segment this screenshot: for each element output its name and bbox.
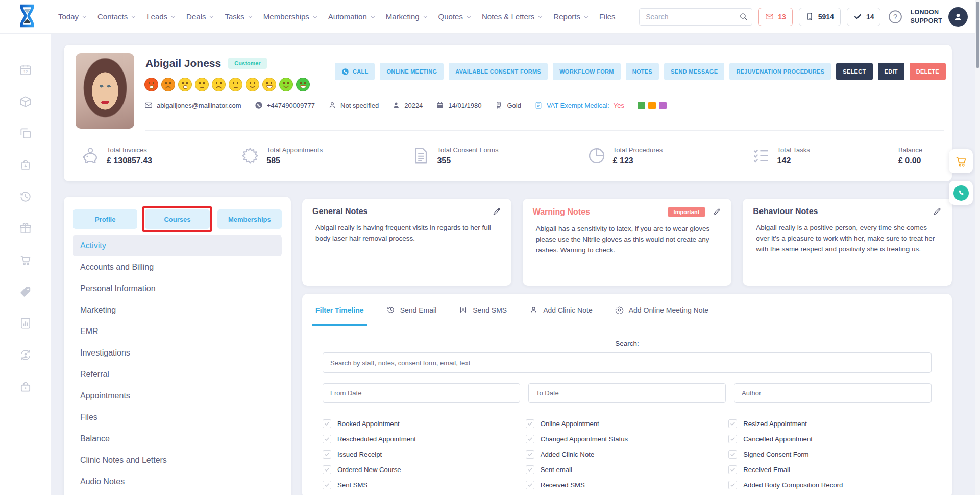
mood-face[interactable] — [161, 78, 175, 91]
price-tag-icon[interactable] — [19, 285, 32, 298]
to-date-input[interactable] — [528, 383, 726, 403]
cart-icon[interactable] — [19, 253, 32, 267]
filter-checkbox[interactable] — [323, 435, 331, 443]
contact-item[interactable]: abigailjones@mailinator.com — [144, 101, 241, 109]
profile-menu-item[interactable]: Accounts and Billing — [73, 256, 282, 278]
filter-checkbox[interactable] — [728, 450, 737, 459]
report-icon[interactable] — [19, 317, 32, 330]
profile-menu-item[interactable]: Appointments — [73, 385, 282, 407]
help-button[interactable] — [887, 8, 904, 26]
author-input[interactable] — [734, 383, 932, 403]
timeline-tab[interactable]: Add Clinic Note — [529, 294, 593, 326]
nav-item[interactable]: Tasks — [225, 12, 251, 21]
profile-tab[interactable]: Memberships — [217, 209, 282, 229]
mood-face[interactable] — [195, 78, 209, 91]
pencil-icon[interactable] — [492, 207, 501, 216]
nav-item[interactable]: Marketing — [386, 12, 426, 21]
nav-item[interactable]: Deals — [186, 12, 212, 21]
contact-item[interactable]: Gold — [495, 101, 521, 109]
mood-face[interactable] — [279, 78, 293, 91]
profile-menu-item[interactable]: Activity — [73, 235, 282, 256]
profile-menu-item[interactable]: Audio Notes — [73, 471, 282, 492]
profile-menu-item[interactable]: Files — [73, 407, 282, 428]
profile-menu-item[interactable]: Balance — [73, 428, 282, 450]
pencil-icon[interactable] — [933, 207, 942, 216]
bag-icon[interactable] — [19, 158, 32, 172]
profile-tab[interactable]: Profile — [73, 209, 137, 229]
profile-menu-item[interactable]: Clinic Notes and Letters — [73, 450, 282, 471]
nav-item[interactable]: Today — [58, 12, 85, 21]
delete-button[interactable]: DELETE — [910, 63, 946, 80]
filter-checkbox[interactable] — [526, 435, 534, 443]
timeline-tab[interactable]: Send SMS — [459, 294, 507, 326]
action-button-dark[interactable]: SELECT — [836, 63, 872, 80]
filter-checkbox[interactable] — [526, 419, 534, 428]
sms-credit-badge-button[interactable]: 5914 — [799, 8, 841, 26]
filter-checkbox[interactable] — [728, 435, 737, 443]
profile-tab[interactable]: Courses — [145, 209, 209, 229]
nav-item[interactable]: Contacts — [97, 12, 134, 21]
from-date-input[interactable] — [323, 383, 520, 403]
action-button[interactable]: CALL — [335, 63, 375, 80]
timeline-tab[interactable]: Filter Timeline — [315, 294, 364, 326]
profile-menu-item[interactable]: EMR — [73, 321, 282, 342]
filter-checkbox[interactable] — [526, 465, 534, 474]
user-sync-icon[interactable] — [19, 348, 32, 362]
mood-face[interactable] — [178, 78, 192, 91]
contact-item[interactable]: +447490009777 — [255, 101, 315, 109]
filter-checkbox[interactable] — [323, 481, 331, 489]
contact-item[interactable]: 14/01/1980 — [436, 101, 481, 109]
calendar-icon[interactable] — [19, 63, 32, 77]
mood-face[interactable] — [229, 78, 242, 91]
filter-checkbox[interactable] — [526, 481, 534, 489]
action-button[interactable]: NOTES — [626, 63, 659, 80]
user-avatar[interactable] — [948, 7, 968, 27]
mood-face[interactable] — [144, 78, 158, 91]
search-input[interactable] — [639, 8, 752, 26]
app-logo-hourglass-icon[interactable] — [14, 3, 40, 31]
mood-face[interactable] — [262, 78, 276, 91]
messages-badge-button[interactable]: 13 — [758, 8, 793, 26]
filter-checkbox[interactable] — [728, 481, 737, 489]
profile-menu-item[interactable]: Drinks — [73, 492, 282, 495]
mood-face[interactable] — [296, 78, 310, 91]
action-button[interactable]: SEND MESSAGE — [664, 63, 724, 80]
pencil-icon[interactable] — [712, 207, 721, 217]
filter-checkbox[interactable] — [728, 465, 737, 474]
nav-item[interactable]: Automation — [328, 12, 374, 21]
copy-icon[interactable] — [19, 127, 32, 140]
tasks-badge-button[interactable]: 14 — [847, 8, 881, 26]
scrollbar-thumb[interactable] — [976, 2, 979, 68]
profile-menu-item[interactable]: Personal Information — [73, 278, 282, 299]
profile-menu-item[interactable]: Referral — [73, 364, 282, 385]
profile-menu-item[interactable]: Investigations — [73, 342, 282, 364]
mood-face[interactable] — [212, 78, 226, 91]
filter-checkbox[interactable] — [323, 450, 331, 459]
nav-item[interactable]: Quotes — [438, 12, 470, 21]
action-button[interactable]: ONLINE MEETING — [380, 63, 444, 80]
nav-item[interactable]: Memberships — [263, 12, 316, 21]
timeline-search-input[interactable] — [323, 352, 932, 373]
nav-item[interactable]: Notes & Letters — [482, 12, 541, 21]
history-icon[interactable] — [19, 190, 32, 203]
search-icon[interactable] — [739, 12, 748, 21]
mini-cart-button[interactable] — [949, 149, 973, 173]
filter-checkbox[interactable] — [526, 450, 534, 459]
nav-item[interactable]: Reports — [553, 12, 587, 21]
nav-item[interactable]: Leads — [146, 12, 174, 21]
filter-checkbox[interactable] — [323, 465, 331, 474]
filter-checkbox[interactable] — [728, 419, 737, 428]
package-icon[interactable] — [19, 95, 32, 108]
call-widget-button[interactable] — [949, 181, 973, 205]
profile-menu-item[interactable]: Marketing — [73, 299, 282, 321]
action-button[interactable]: AVAILABLE CONSENT FORMS — [449, 63, 548, 80]
contact-item[interactable]: Not specified — [328, 101, 379, 109]
mood-face[interactable] — [246, 78, 259, 91]
gift-icon[interactable] — [19, 222, 32, 235]
contact-item[interactable]: 20224 — [392, 101, 423, 109]
action-button-dark[interactable]: EDIT — [878, 63, 904, 80]
action-button[interactable]: REJUVENATION PROCEDURES — [729, 63, 831, 80]
action-button[interactable]: WORKFLOW FORM — [553, 63, 621, 80]
timeline-tab[interactable]: Send Email — [386, 294, 437, 326]
lock-icon[interactable] — [19, 380, 32, 393]
